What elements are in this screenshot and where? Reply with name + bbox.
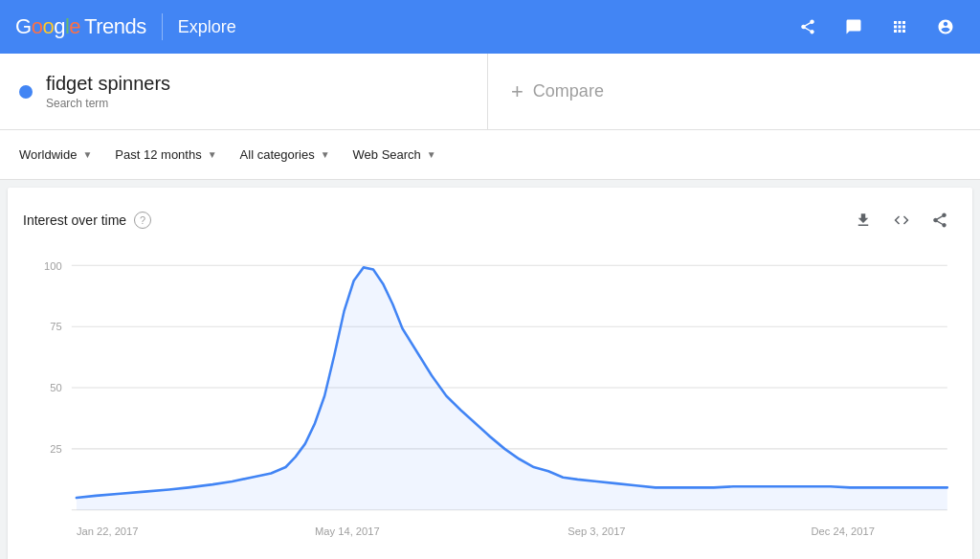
chart-title: Interest over time: [23, 212, 126, 228]
search-term-name: fidget spinners: [46, 73, 170, 95]
y-label-25: 25: [50, 443, 61, 455]
filter-bar: Worldwide ▼ Past 12 months ▼ All categor…: [0, 130, 980, 180]
header-icons: [789, 8, 965, 46]
logo-e: e: [69, 14, 80, 39]
category-dropdown-arrow: ▼: [321, 149, 330, 160]
search-type-dropdown-arrow: ▼: [427, 149, 436, 160]
compare-plus-icon: +: [511, 79, 523, 104]
embed-chart-button[interactable]: [884, 203, 919, 237]
compare-box[interactable]: + Compare: [488, 54, 980, 129]
location-filter-label: Worldwide: [19, 147, 77, 162]
account-button[interactable]: [926, 8, 965, 46]
term-indicator-dot: [19, 85, 33, 99]
interest-over-time-card: Interest over time ?: [8, 188, 972, 559]
logo-g: G: [15, 14, 32, 39]
logo-g2: g: [54, 14, 65, 39]
x-label-jan: Jan 22, 2017: [77, 525, 139, 537]
app-header: Google Trends Explore: [0, 0, 980, 54]
explore-label: Explore: [178, 17, 236, 37]
chart-actions: [846, 203, 957, 237]
search-type-filter-label: Web Search: [353, 147, 421, 162]
y-label-50: 50: [50, 382, 61, 393]
chart-help-icon[interactable]: ?: [134, 212, 151, 229]
category-filter-label: All categories: [240, 147, 315, 162]
download-chart-button[interactable]: [846, 203, 880, 237]
location-filter-button[interactable]: Worldwide ▼: [8, 140, 103, 169]
x-label-dec: Dec 24, 2017: [812, 525, 875, 537]
category-filter-button[interactable]: All categories ▼: [229, 140, 342, 169]
location-dropdown-arrow: ▼: [82, 149, 92, 160]
search-type-filter-button[interactable]: Web Search ▼: [342, 140, 448, 169]
share-header-button[interactable]: [789, 8, 827, 46]
trends-label: Trends: [84, 14, 146, 39]
trend-area: [77, 267, 947, 509]
y-label-100: 100: [44, 259, 62, 271]
time-filter-button[interactable]: Past 12 months ▼: [103, 140, 228, 169]
time-dropdown-arrow: ▼: [208, 149, 217, 160]
logo-o2: o: [42, 14, 54, 39]
logo-area: Google Trends Explore: [15, 13, 236, 40]
trend-line-chart: 100 75 50 25 Jan 22, 2017 May 14, 2017 S…: [23, 245, 957, 559]
chart-title-area: Interest over time ?: [23, 212, 151, 229]
search-term-type: Search term: [46, 97, 170, 110]
y-label-75: 75: [50, 321, 61, 332]
apps-button[interactable]: [880, 8, 919, 46]
search-term-box: fidget spinners Search term: [0, 54, 488, 129]
google-logo: Google Trends: [15, 14, 146, 39]
time-filter-label: Past 12 months: [115, 147, 201, 162]
chart-container: 100 75 50 25 Jan 22, 2017 May 14, 2017 S…: [23, 245, 957, 559]
x-label-may: May 14, 2017: [315, 525, 380, 537]
term-text-area: fidget spinners Search term: [46, 73, 170, 110]
x-label-sep: Sep 3, 2017: [568, 525, 625, 537]
logo-divider: [162, 13, 163, 40]
logo-o1: o: [32, 14, 43, 39]
chart-header: Interest over time ?: [23, 203, 957, 237]
notifications-button[interactable]: [835, 8, 873, 46]
search-area: fidget spinners Search term + Compare: [0, 54, 980, 130]
share-chart-button[interactable]: [923, 203, 957, 237]
compare-label: Compare: [533, 81, 604, 101]
content-area: Interest over time ?: [0, 180, 980, 559]
